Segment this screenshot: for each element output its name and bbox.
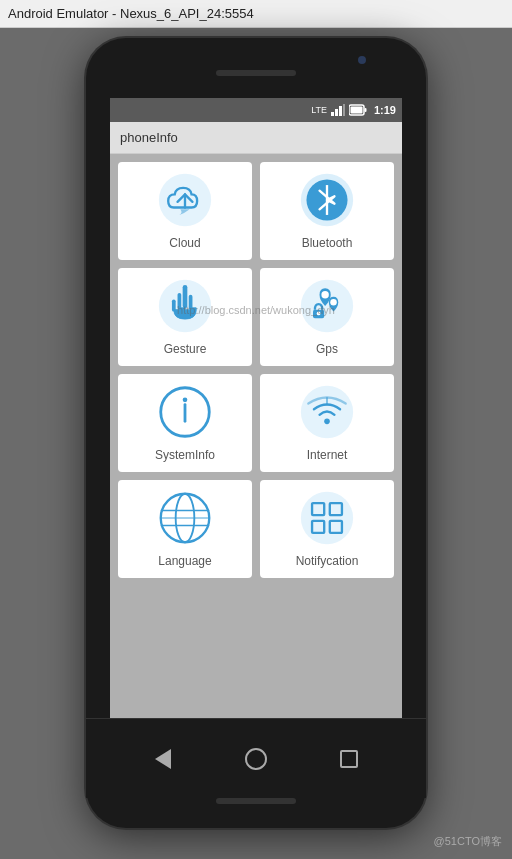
- notification-icon: [299, 490, 355, 546]
- language-icon: [157, 490, 213, 546]
- svg-point-20: [183, 398, 188, 403]
- status-bar: LTE 1:19: [110, 98, 402, 122]
- internet-icon: [299, 384, 355, 440]
- back-icon: [155, 749, 171, 769]
- phone-bottom-bar: [216, 798, 296, 804]
- svg-rect-5: [364, 108, 366, 112]
- cloud-icon: [157, 172, 213, 228]
- home-icon: [245, 748, 267, 770]
- app-bar: phoneInfo: [110, 122, 402, 154]
- internet-label: Internet: [307, 448, 348, 462]
- phone-speaker: [216, 70, 296, 76]
- phone-bottom-nav: [86, 718, 426, 798]
- bluetooth-icon: [299, 172, 355, 228]
- cloud-label: Cloud: [169, 236, 200, 250]
- svg-point-14: [321, 291, 328, 298]
- phone-screen: LTE 1:19 phoneInfo http://blog.csdn: [110, 98, 402, 718]
- svg-point-15: [330, 299, 337, 306]
- nav-back-button[interactable]: [145, 741, 181, 777]
- systeminfo-icon: [157, 384, 213, 440]
- signal-icon: [330, 104, 346, 116]
- nav-recents-button[interactable]: [331, 741, 367, 777]
- grid-item-internet[interactable]: Internet: [260, 374, 394, 472]
- status-time: 1:19: [374, 104, 396, 116]
- app-bar-title: phoneInfo: [120, 130, 178, 145]
- svg-rect-1: [335, 109, 338, 116]
- grid-item-notification[interactable]: Notifycation: [260, 480, 394, 578]
- gesture-label: Gesture: [164, 342, 207, 356]
- title-text: Android Emulator - Nexus_6_API_24:5554: [8, 6, 254, 21]
- grid-item-bluetooth[interactable]: Bluetooth: [260, 162, 394, 260]
- grid-item-gps[interactable]: Gps: [260, 268, 394, 366]
- grid-item-gesture[interactable]: Gesture: [118, 268, 252, 366]
- phone-camera: [358, 56, 366, 64]
- recents-icon: [340, 750, 358, 768]
- language-label: Language: [158, 554, 211, 568]
- title-bar: Android Emulator - Nexus_6_API_24:5554: [0, 0, 512, 28]
- svg-point-29: [301, 492, 353, 544]
- grid-item-language[interactable]: Language: [118, 480, 252, 578]
- phone-top: [86, 38, 426, 98]
- nav-home-button[interactable]: [238, 741, 274, 777]
- svg-rect-3: [343, 104, 345, 116]
- svg-rect-2: [339, 106, 342, 116]
- gesture-icon: [157, 278, 213, 334]
- status-icons: LTE 1:19: [311, 104, 396, 116]
- grid-item-cloud[interactable]: Cloud: [118, 162, 252, 260]
- svg-rect-0: [331, 112, 334, 116]
- gps-label: Gps: [316, 342, 338, 356]
- bluetooth-label: Bluetooth: [302, 236, 353, 250]
- grid-item-systeminfo[interactable]: SystemInfo: [118, 374, 252, 472]
- gps-icon: [299, 278, 355, 334]
- systeminfo-label: SystemInfo: [155, 448, 215, 462]
- notification-label: Notifycation: [296, 554, 359, 568]
- battery-icon: [349, 104, 367, 116]
- corner-watermark: @51CTO博客: [434, 834, 502, 849]
- svg-point-22: [324, 419, 330, 425]
- svg-rect-6: [350, 107, 362, 114]
- svg-point-17: [317, 312, 321, 316]
- svg-point-13: [301, 280, 353, 332]
- phone-shell: LTE 1:19 phoneInfo http://blog.csdn: [86, 38, 426, 828]
- lte-icon: LTE: [311, 105, 327, 115]
- grid-content: Cloud Bluetooth: [110, 154, 402, 586]
